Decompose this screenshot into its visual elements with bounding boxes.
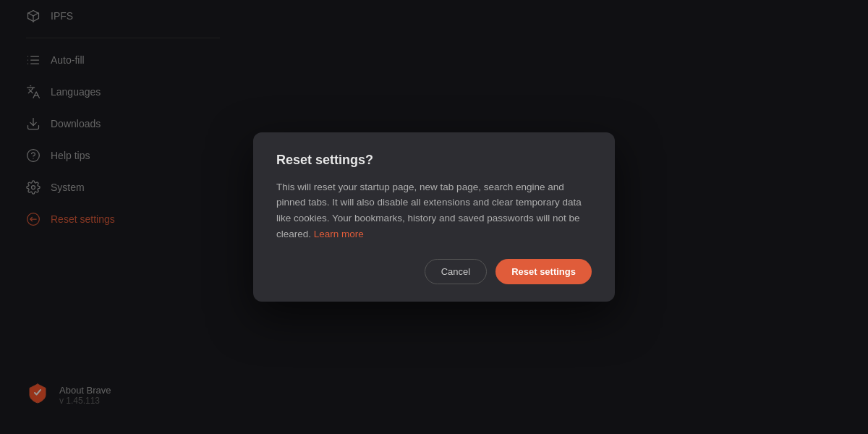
learn-more-link[interactable]: Learn more bbox=[314, 229, 364, 239]
reset-settings-button[interactable]: Reset settings bbox=[495, 259, 592, 284]
dialog-body: This will reset your startup page, new t… bbox=[276, 179, 592, 242]
cancel-button[interactable]: Cancel bbox=[425, 259, 487, 284]
dialog-title: Reset settings? bbox=[276, 153, 592, 168]
reset-settings-dialog: Reset settings? This will reset your sta… bbox=[253, 132, 615, 302]
dialog-actions: Cancel Reset settings bbox=[276, 259, 592, 284]
dialog-overlay: Reset settings? This will reset your sta… bbox=[0, 0, 868, 434]
